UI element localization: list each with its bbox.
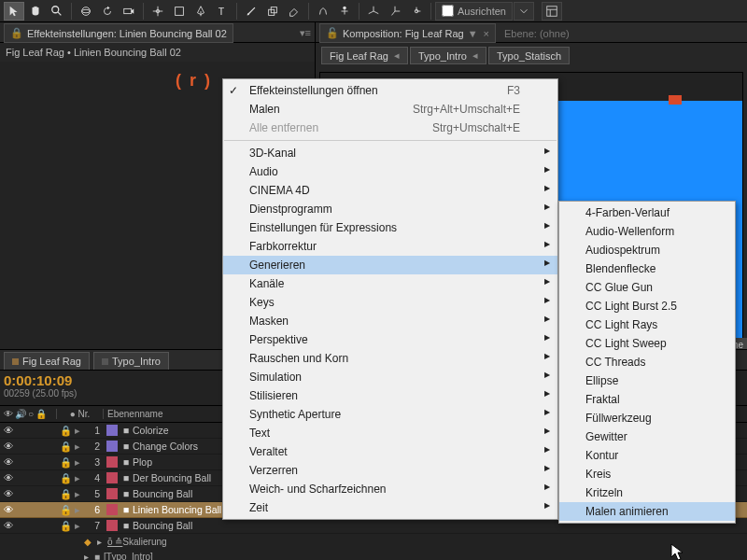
roto-tool[interactable] <box>313 2 333 21</box>
menu-item[interactable]: 3D-Kanal <box>223 144 557 162</box>
submenu-item[interactable]: Kreis <box>559 465 735 483</box>
eye-icon[interactable]: 👁 <box>4 504 14 515</box>
eraser-tool[interactable] <box>284 2 304 21</box>
submenu-item[interactable]: Audio-Wellenform <box>559 222 735 241</box>
shape-tool[interactable] <box>169 2 190 21</box>
submenu-item[interactable]: Gewitter <box>559 427 735 446</box>
menu-item[interactable]: Weich- und Scharfzeichnen <box>223 480 557 498</box>
comp-crumb-0[interactable]: Fig Leaf Rag◂ <box>321 47 408 64</box>
menu-item[interactable]: Stilisieren <box>223 386 557 405</box>
comp-crumb-2[interactable]: Typo_Statisch <box>488 47 570 64</box>
layer-name[interactable]: Change Colors <box>131 441 198 452</box>
layer-name[interactable]: Plop <box>131 456 152 468</box>
menu-item[interactable]: Audio <box>223 162 557 181</box>
layer-color-swatch[interactable] <box>106 504 118 515</box>
eye-icon[interactable]: 👁 <box>4 425 14 436</box>
layer-color-swatch[interactable] <box>106 488 118 499</box>
property-row[interactable]: ◆▸ŏ ≙ Skalierung <box>0 534 747 549</box>
twirl-icon[interactable]: ▸ <box>75 425 86 436</box>
menu-item[interactable]: Perspektive <box>223 330 557 349</box>
nested-comp-row[interactable]: ▸■ [Typo_Intro] <box>0 549 747 560</box>
menu-item[interactable]: Synthetic Aperture <box>223 405 557 424</box>
eye-icon[interactable]: 👁 <box>4 488 14 499</box>
layer-name[interactable]: Bouncing Ball <box>131 488 192 499</box>
menu-item[interactable]: Dienstprogramm <box>223 200 557 218</box>
twirl-icon[interactable]: ▸ <box>75 504 86 515</box>
menu-item[interactable]: Kanäle <box>223 274 557 293</box>
default-workspace-button[interactable] <box>542 2 562 21</box>
timeline-tab-0[interactable]: Fig Leaf Rag <box>4 352 90 370</box>
submenu-item[interactable]: CC Light Rays <box>559 315 735 334</box>
layer-color-swatch[interactable] <box>106 472 118 483</box>
menu-item[interactable]: MalenStrg+Alt+Umschalt+E <box>223 100 557 119</box>
type-tool[interactable]: T <box>212 2 233 21</box>
layer-name[interactable]: Der Bouncing Ball <box>131 472 211 483</box>
lock-toggle[interactable]: 🔒 <box>56 504 75 516</box>
submenu-item[interactable]: Audiospektrum <box>559 241 735 259</box>
eye-icon[interactable]: 👁 <box>4 472 14 483</box>
twirl-icon[interactable]: ▸ <box>75 520 86 531</box>
menu-item[interactable]: Generieren <box>223 256 557 274</box>
axis-local[interactable] <box>363 2 384 21</box>
submenu-item[interactable]: Kontur <box>559 446 735 465</box>
clone-tool[interactable] <box>262 2 283 21</box>
menu-item[interactable]: Verzerren <box>223 461 557 480</box>
layer-panel-tab[interactable]: Ebene: (ohne) <box>498 24 576 43</box>
axis-world[interactable] <box>385 2 405 21</box>
anchor-tool[interactable] <box>148 2 168 21</box>
eye-icon[interactable]: 👁 <box>4 520 14 531</box>
comp-crumb-1[interactable]: Typo_Intro◂ <box>410 47 486 64</box>
submenu-item[interactable]: Blendenflecke <box>559 259 735 278</box>
menu-item[interactable]: Veraltet <box>223 442 557 461</box>
lock-toggle[interactable]: 🔒 <box>56 520 75 532</box>
snap-toggle[interactable]: Ausrichten <box>435 2 513 21</box>
submenu-item[interactable]: CC Light Sweep <box>559 334 735 353</box>
lock-toggle[interactable]: 🔒 <box>56 472 75 484</box>
submenu-item[interactable]: Malen animieren <box>559 502 735 521</box>
eye-icon[interactable]: 👁 <box>4 456 14 468</box>
twirl-icon[interactable]: ▸ <box>75 488 86 499</box>
menu-item[interactable]: Simulation <box>223 368 557 386</box>
submenu-item[interactable]: 4-Farben-Verlauf <box>559 203 735 222</box>
brush-tool[interactable] <box>241 2 261 21</box>
effects-panel-tab[interactable]: 🔒 Effekteinstellungen: Linien Bouncing B… <box>4 23 233 43</box>
twirl-icon[interactable]: ▸ <box>75 456 86 468</box>
menu-item[interactable]: Farbkorrektur <box>223 237 557 256</box>
panel-menu-icon[interactable]: ▾≡ <box>300 27 311 39</box>
keyframe-icon[interactable]: ◆ <box>84 537 92 547</box>
pen-tool[interactable] <box>190 2 211 21</box>
twirl-icon[interactable]: ▸ <box>75 472 86 483</box>
zoom-tool[interactable] <box>47 2 67 21</box>
dropdown-icon[interactable]: ▼ <box>468 28 478 39</box>
puppet-tool[interactable] <box>334 2 355 21</box>
menu-item[interactable]: ✓Effekteinstellungen öffnenF3 <box>223 81 557 100</box>
submenu-item[interactable]: CC Light Burst 2.5 <box>559 297 735 315</box>
orbit-tool[interactable] <box>76 2 96 21</box>
submenu-item[interactable]: Füllwerkzeug <box>559 409 735 427</box>
submenu-item[interactable]: Kritzeln <box>559 483 735 502</box>
hand-tool[interactable] <box>25 2 46 21</box>
menu-item[interactable]: Keys <box>223 293 557 312</box>
lock-toggle[interactable]: 🔒 <box>56 441 75 453</box>
layer-name[interactable]: Bouncing Ball <box>131 520 192 531</box>
timeline-tab-1[interactable]: Typo_Intro <box>93 352 169 370</box>
layer-name[interactable]: Colorize <box>131 425 169 436</box>
twirl-icon[interactable]: ▸ <box>75 441 86 452</box>
submenu-item[interactable]: Fraktal <box>559 390 735 409</box>
layer-name[interactable]: Linien Bouncing Ball <box>131 504 221 515</box>
submenu-item[interactable]: CC Glue Gun <box>559 278 735 297</box>
eye-icon[interactable]: 👁 <box>4 441 14 452</box>
layer-color-swatch[interactable] <box>106 425 118 436</box>
submenu-item[interactable]: CC Threads <box>559 353 735 371</box>
lock-toggle[interactable]: 🔒 <box>56 456 75 469</box>
timecode[interactable]: 0:00:10:09 <box>4 372 228 388</box>
menu-item[interactable]: Einstellungen für Expressions <box>223 218 557 237</box>
lock-toggle[interactable]: 🔒 <box>56 488 75 500</box>
camera-tool[interactable] <box>119 2 139 21</box>
menu-item[interactable]: Text <box>223 424 557 442</box>
axis-view[interactable] <box>406 2 427 21</box>
layer-color-swatch[interactable] <box>106 441 118 452</box>
menu-item[interactable]: Zeit <box>223 498 557 517</box>
layer-color-swatch[interactable] <box>106 520 118 531</box>
composition-panel-tab[interactable]: 🔓 Komposition: Fig Leaf Rag ▼ × <box>319 23 496 43</box>
